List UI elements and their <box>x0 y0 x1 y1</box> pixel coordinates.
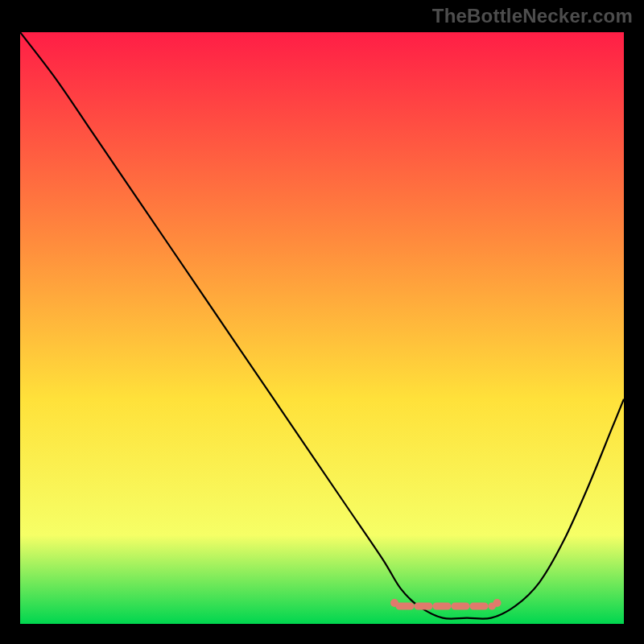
svg-point-2 <box>493 599 502 607</box>
plot-area <box>20 32 624 624</box>
chart-frame: TheBottleNecker.com <box>0 0 644 644</box>
gradient-background <box>20 32 624 624</box>
svg-point-1 <box>390 599 398 607</box>
bottleneck-chart-svg <box>20 32 624 624</box>
attribution-label: TheBottleNecker.com <box>432 5 633 27</box>
